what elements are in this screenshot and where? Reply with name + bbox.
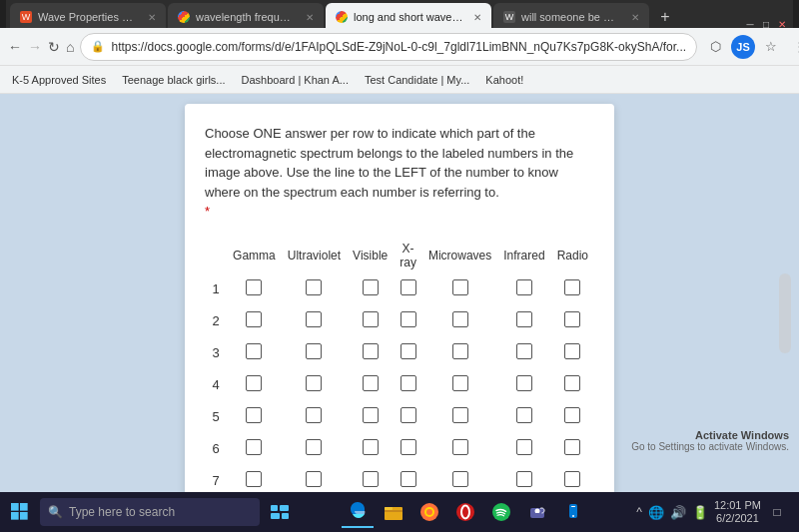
checkbox-row2-x-ray[interactable] <box>400 311 416 327</box>
checkbox-row1-microwaves[interactable] <box>452 279 468 295</box>
reload-button[interactable]: ↻ <box>48 34 60 60</box>
tab-friend[interactable]: W will someone be my friend i am... ✕ <box>493 3 649 31</box>
cell-row1-col2 <box>347 273 394 305</box>
checkbox-row3-microwaves[interactable] <box>452 343 468 359</box>
back-nav-button[interactable]: ← <box>8 34 22 60</box>
checkbox-row1-gamma[interactable] <box>246 279 262 295</box>
new-tab-button[interactable]: + <box>651 3 679 31</box>
taskbar-search-bar[interactable]: 🔍 Type here to search <box>40 498 260 526</box>
cell-row1-col1 <box>282 273 347 305</box>
activate-windows-subtitle: Go to Settings to activate Windows. <box>631 441 789 452</box>
taskbar-file-explorer[interactable] <box>378 496 409 528</box>
checkbox-row3-visible[interactable] <box>363 343 379 359</box>
checkbox-row7-radio[interactable] <box>564 471 580 487</box>
checkbox-row1-infrared[interactable] <box>516 279 532 295</box>
checkbox-row7-infrared[interactable] <box>516 471 532 487</box>
checkbox-row2-microwaves[interactable] <box>452 311 468 327</box>
taskbar-search-icon: 🔍 <box>48 505 63 519</box>
checkbox-row3-x-ray[interactable] <box>400 343 416 359</box>
tab-close-4[interactable]: ✕ <box>631 12 639 23</box>
taskbar-firefox[interactable] <box>413 496 445 528</box>
bookmark-kahoot[interactable]: Kahoot! <box>481 72 527 88</box>
tab-wavelength-google[interactable]: wavelength frequency - Google... ✕ <box>168 3 324 31</box>
taskbar-phone[interactable] <box>557 496 589 528</box>
scrollbar[interactable] <box>779 273 791 353</box>
checkbox-row5-infrared[interactable] <box>516 407 532 423</box>
checkbox-row6-x-ray[interactable] <box>400 439 416 455</box>
bookmark-k5[interactable]: K-5 Approved Sites <box>8 72 110 88</box>
checkbox-row4-microwaves[interactable] <box>452 375 468 391</box>
checkbox-row7-gamma[interactable] <box>246 471 262 487</box>
checkbox-row4-x-ray[interactable] <box>400 375 416 391</box>
svg-rect-9 <box>385 507 393 510</box>
checkbox-row2-gamma[interactable] <box>246 311 262 327</box>
checkbox-row4-visible[interactable] <box>363 375 379 391</box>
checkbox-row4-radio[interactable] <box>564 375 580 391</box>
checkbox-row6-microwaves[interactable] <box>452 439 468 455</box>
checkbox-row4-ultraviolet[interactable] <box>306 375 322 391</box>
tab-close-1[interactable]: ✕ <box>148 12 156 23</box>
checkbox-row5-radio[interactable] <box>564 407 580 423</box>
star-icon[interactable]: ☆ <box>759 35 783 59</box>
bookmark-candidate[interactable]: Test Candidate | My... <box>361 72 473 88</box>
taskbar-teams[interactable] <box>521 496 553 528</box>
checkbox-row2-infrared[interactable] <box>516 311 532 327</box>
tab-close-2[interactable]: ✕ <box>306 12 314 23</box>
tab-long-short-wavelengths[interactable]: long and short wavelengths - G... ✕ <box>326 3 491 31</box>
checkbox-row3-radio[interactable] <box>564 343 580 359</box>
taskbar-spotify[interactable] <box>485 496 517 528</box>
checkbox-row4-infrared[interactable] <box>516 375 532 391</box>
checkbox-row6-infrared[interactable] <box>516 439 532 455</box>
checkbox-row1-visible[interactable] <box>363 279 379 295</box>
checkbox-row7-visible[interactable] <box>363 471 379 487</box>
svg-rect-0 <box>11 503 19 511</box>
checkbox-row5-ultraviolet[interactable] <box>306 407 322 423</box>
checkbox-row3-ultraviolet[interactable] <box>306 343 322 359</box>
checkbox-row1-x-ray[interactable] <box>400 279 416 295</box>
show-hidden-icons[interactable]: ^ <box>636 505 642 519</box>
checkbox-row1-ultraviolet[interactable] <box>306 279 322 295</box>
system-clock[interactable]: 12:01 PM 6/2/2021 <box>714 499 761 525</box>
tab-wave-properties[interactable]: W Wave Properties and Electroma... ✕ <box>10 3 166 31</box>
network-icon[interactable]: 🌐 <box>648 505 664 520</box>
checkbox-row6-visible[interactable] <box>363 439 379 455</box>
checkbox-row5-microwaves[interactable] <box>452 407 468 423</box>
checkbox-row7-x-ray[interactable] <box>400 471 416 487</box>
volume-icon[interactable]: 🔊 <box>670 505 686 520</box>
notification-button[interactable]: □ <box>767 502 787 522</box>
checkbox-row3-gamma[interactable] <box>246 343 262 359</box>
start-button[interactable] <box>4 496 36 528</box>
taskbar-edge[interactable] <box>342 496 374 528</box>
url-bar[interactable]: 🔒 https://docs.google.com/forms/d/e/1FAI… <box>80 33 697 61</box>
checkbox-row7-ultraviolet[interactable] <box>306 471 322 487</box>
checkbox-row2-ultraviolet[interactable] <box>306 311 322 327</box>
checkbox-row5-x-ray[interactable] <box>400 407 416 423</box>
cell-row3-col0 <box>227 337 282 369</box>
taskbar-opera[interactable] <box>449 496 481 528</box>
url-text: https://docs.google.com/forms/d/e/1FAIpQ… <box>111 40 686 54</box>
checkbox-row1-radio[interactable] <box>564 279 580 295</box>
extensions-icon[interactable]: ⬡ <box>703 35 727 59</box>
bookmark-teenage[interactable]: Teenage black girls... <box>118 72 229 88</box>
toolbar-icons: ⬡ JS ☆ ⋮ <box>703 35 799 59</box>
forward-nav-button[interactable]: → <box>28 34 42 60</box>
checkbox-row4-gamma[interactable] <box>246 375 262 391</box>
bookmark-dashboard[interactable]: Dashboard | Khan A... <box>238 72 353 88</box>
profile-icon[interactable]: JS <box>731 35 755 59</box>
checkbox-row2-visible[interactable] <box>363 311 379 327</box>
checkbox-row2-radio[interactable] <box>564 311 580 327</box>
cell-row1-col3 <box>394 273 422 305</box>
checkbox-row6-ultraviolet[interactable] <box>306 439 322 455</box>
checkbox-row3-infrared[interactable] <box>516 343 532 359</box>
cell-row3-col1 <box>282 337 347 369</box>
checkbox-row6-gamma[interactable] <box>246 439 262 455</box>
checkbox-row7-microwaves[interactable] <box>452 471 468 487</box>
more-tools-icon[interactable]: ⋮ <box>787 35 799 59</box>
cell-row4-col5 <box>497 369 550 401</box>
tab-close-3[interactable]: ✕ <box>473 12 481 23</box>
checkbox-row6-radio[interactable] <box>564 439 580 455</box>
home-button[interactable]: ⌂ <box>66 34 74 60</box>
checkbox-row5-gamma[interactable] <box>246 407 262 423</box>
task-view-button[interactable] <box>266 498 294 526</box>
checkbox-row5-visible[interactable] <box>363 407 379 423</box>
